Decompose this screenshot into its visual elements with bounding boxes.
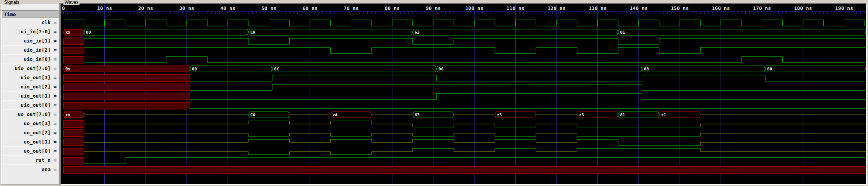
bus-value-uio_out[7:0]-50.8: 0C	[274, 67, 279, 72]
wave-uio_in[1]	[63, 38, 866, 45]
svg-text:170 ns: 170 ns	[753, 5, 771, 11]
wave-uio_out[1]	[63, 93, 866, 100]
wave-uo_out[0]	[63, 148, 866, 155]
bus-value-uio_out[7:0]-140.8: 08	[644, 67, 649, 72]
svg-text:130 ns: 130 ns	[589, 5, 607, 11]
svg-text:40 ns: 40 ns	[220, 5, 235, 11]
wave-clk	[63, 20, 866, 26]
signal-label-uo_out[7:0][interactable]: uo_out[7:0] =	[2, 110, 58, 119]
svg-text:180 ns: 180 ns	[794, 5, 812, 11]
signal-label-uio_out[2][interactable]: uio_out[2] =	[2, 82, 58, 91]
bus-value-uo_out[7:0]-135: 81	[620, 113, 625, 117]
signal-name-list: clk =ui_in[7:0] =uio_in[1] =uio_in[2] =u…	[2, 3, 58, 184]
wave-uio_out[7:0]: 0x000C060800	[63, 66, 866, 72]
bus-value-ui_in[7:0]-45: CA	[250, 30, 256, 35]
bus-value-ui_in[7:0]-135: 81	[620, 30, 625, 35]
wave-uio_out[3]	[63, 75, 866, 82]
svg-text:150 ns: 150 ns	[671, 5, 689, 11]
bus-value-uo_out[7:0]-145: z1	[661, 113, 667, 117]
wave-uo_out[3]	[63, 121, 866, 127]
signal-label-ui_in[7:0][interactable]: ui_in[7:0] =	[2, 27, 58, 36]
signals-frame-label: Signals	[3, 0, 20, 5]
wave-uio_out[0]	[63, 102, 866, 109]
signal-label-uo_out[3][interactable]: uo_out[3] =	[2, 119, 58, 128]
bus-value-uo_out[7:0]-0: xx	[65, 113, 71, 117]
waves-panel[interactable]: 010 ns20 ns30 ns40 ns50 ns60 ns70 ns80 n…	[60, 3, 867, 185]
signal-label-uio_out[0][interactable]: uio_out[0] =	[2, 101, 58, 110]
wave-ena	[63, 166, 866, 173]
svg-text:50 ns: 50 ns	[261, 5, 276, 11]
bus-value-uio_out[7:0]-170.8: 00	[767, 67, 772, 72]
signal-label-rst_n[interactable]: rst_n =	[2, 156, 58, 165]
svg-text:140 ns: 140 ns	[630, 5, 648, 11]
wave-uo_out[1]	[63, 139, 866, 146]
svg-text:190 ns: 190 ns	[835, 5, 853, 11]
grid-lines	[105, 5, 844, 184]
signals-panel: Time clk =ui_in[7:0] =uio_in[1] =uio_in[…	[1, 3, 60, 185]
bus-value-uio_out[7:0]-0: 0x	[65, 67, 71, 72]
signal-label-uo_out[2][interactable]: uo_out[2] =	[2, 128, 58, 137]
wave-uo_out[7:0]: xxCAzA63z3z381z1	[63, 112, 866, 118]
signal-label-uio_in[1][interactable]: uio_in[1] =	[2, 36, 58, 46]
svg-text:70 ns: 70 ns	[344, 5, 359, 11]
wave-uo_out[2]	[63, 130, 866, 137]
bus-value-uo_out[7:0]-65: zA	[333, 113, 338, 117]
signal-label-uio_out[1][interactable]: uio_out[1] =	[2, 91, 58, 101]
svg-text:110 ns: 110 ns	[506, 5, 524, 11]
bus-value-ui_in[7:0]-5: 00	[86, 30, 91, 35]
signal-label-uo_out[0][interactable]: uo_out[0] =	[2, 147, 58, 156]
wave-rst_n	[63, 157, 866, 164]
signal-label-ena[interactable]: ena =	[2, 165, 58, 174]
bus-value-ui_in[7:0]-0: xx	[65, 30, 71, 35]
svg-text:100 ns: 100 ns	[466, 5, 483, 11]
bus-value-uio_out[7:0]-30.8: 00	[192, 67, 197, 72]
wave-ui_in[7:0]: xx00CA6381	[63, 29, 866, 35]
waveform-canvas[interactable]: 010 ns20 ns30 ns40 ns50 ns60 ns70 ns80 n…	[61, 4, 866, 184]
wave-uio_out[2]	[63, 84, 866, 91]
svg-text:90 ns: 90 ns	[426, 5, 441, 11]
bus-value-uo_out[7:0]-45: CA	[250, 113, 256, 117]
signal-label-uio_out[3][interactable]: uio_out[3] =	[2, 73, 58, 82]
bus-value-ui_in[7:0]-85: 63	[415, 30, 420, 35]
svg-text:30 ns: 30 ns	[179, 5, 194, 11]
svg-text:120 ns: 120 ns	[548, 5, 566, 11]
svg-text:160 ns: 160 ns	[712, 5, 730, 11]
wave-uio_in[2]	[63, 47, 866, 54]
wave-uio_in[0]	[63, 56, 866, 63]
svg-text:20 ns: 20 ns	[138, 5, 153, 11]
signal-label-uio_in[2][interactable]: uio_in[2] =	[2, 46, 58, 55]
svg-text:60 ns: 60 ns	[302, 5, 317, 11]
bus-value-uio_out[7:0]-90.8: 06	[438, 67, 444, 72]
svg-text:0: 0	[62, 5, 65, 11]
bus-value-uo_out[7:0]-125: z3	[579, 113, 584, 117]
bus-value-uo_out[7:0]-105: z3	[497, 113, 502, 117]
signal-label-clk[interactable]: clk =	[2, 18, 58, 27]
waves-frame-label: Waves	[63, 0, 79, 5]
svg-text:80 ns: 80 ns	[385, 5, 399, 11]
bus-value-uo_out[7:0]-85: 63	[415, 113, 420, 117]
signal-label-uo_out[1][interactable]: uo_out[1] =	[2, 137, 58, 147]
signal-label-uio_in[0][interactable]: uio_in[0] =	[2, 55, 58, 64]
time-ruler: 010 ns20 ns30 ns40 ns50 ns60 ns70 ns80 n…	[61, 5, 866, 14]
svg-text:10 ns: 10 ns	[97, 5, 112, 11]
signal-label-uio_out[7:0][interactable]: uio_out[7:0] =	[2, 64, 58, 73]
